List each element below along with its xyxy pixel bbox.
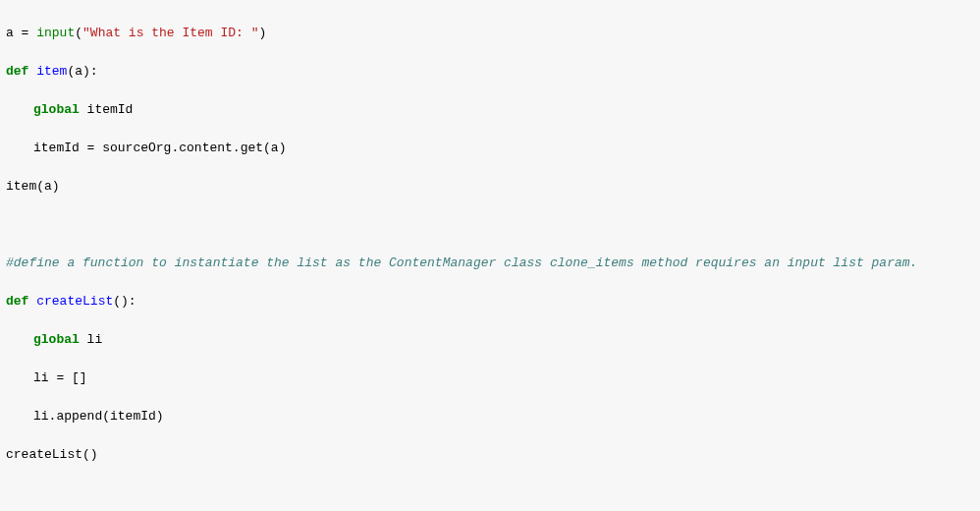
code-line: createList(): [6, 445, 974, 465]
keyword-global: global: [33, 102, 80, 117]
keyword-global: global: [33, 332, 80, 347]
blank-line: [6, 215, 974, 235]
blank-line: [6, 483, 974, 503]
text: li = []: [33, 370, 87, 385]
code-line: li.append(itemId): [6, 407, 974, 426]
text: item(a): [6, 179, 60, 194]
text: li: [80, 332, 102, 347]
code-line: global itemId: [6, 100, 974, 120]
text: li.append(itemId): [33, 409, 164, 424]
signature: ():: [113, 294, 136, 309]
builtin-input: input: [36, 26, 75, 40]
func-name: createList: [36, 294, 113, 309]
code-line: li = []: [6, 369, 974, 388]
code-line: def item(a):: [6, 62, 974, 82]
text: itemId: [80, 102, 134, 117]
code-line: item(a): [6, 177, 974, 197]
paren: ): [258, 26, 266, 40]
code-line: global li: [6, 330, 974, 350]
text: itemId = sourceOrg.content.get(a): [33, 141, 286, 155]
comment: #define a function to instantiate the li…: [6, 256, 917, 270]
assign-op: =: [14, 26, 36, 40]
paren: (: [75, 26, 82, 40]
code-line: #define a function to instantiate the li…: [6, 254, 974, 273]
keyword-def: def: [6, 294, 28, 309]
var-a: a: [6, 26, 14, 40]
code-line: itemId = sourceOrg.content.get(a): [6, 139, 974, 158]
func-name: item: [36, 64, 67, 79]
keyword-def: def: [6, 64, 28, 79]
signature: (a):: [67, 64, 97, 79]
code-line: a = input("What is the Item ID: "): [6, 24, 974, 43]
string-literal: "What is the Item ID: ": [82, 26, 258, 40]
code-cell: a = input("What is the Item ID: ") def i…: [0, 0, 980, 511]
code-line: def createList():: [6, 292, 974, 312]
text: createList(): [6, 447, 98, 462]
